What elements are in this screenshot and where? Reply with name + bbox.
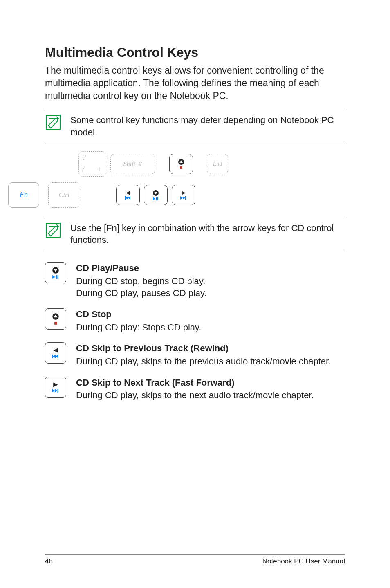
func-play-line2: During CD play, pauses CD play. xyxy=(76,287,207,299)
svg-marker-6 xyxy=(126,196,128,200)
ghost-ctrl-label: Ctrl xyxy=(59,191,69,199)
svg-marker-13 xyxy=(182,191,186,195)
note-fn: Use the [Fn] key in combination with the… xyxy=(45,217,345,251)
svg-rect-0 xyxy=(46,115,60,129)
func-next: CD Skip to Next Track (Fast Forward) Dur… xyxy=(45,377,345,402)
triangle-left-icon xyxy=(52,348,59,353)
func-prev: CD Skip to Previous Track (Rewind) Durin… xyxy=(45,342,345,367)
key-diagram: ? / + Shift ⇧ End Fn Ctrl xyxy=(8,151,345,208)
book-title: Notebook PC User Manual xyxy=(262,557,345,566)
key-arrow-right xyxy=(172,185,195,205)
key-ghost-shift: Shift ⇧ xyxy=(110,154,155,174)
svg-rect-11 xyxy=(156,197,157,200)
note-icon xyxy=(45,222,61,238)
svg-rect-16 xyxy=(185,196,186,200)
fn-label: Fn xyxy=(20,191,28,199)
triangle-up-icon xyxy=(177,159,185,165)
func-prev-title: CD Skip to Previous Track (Rewind) xyxy=(76,342,331,355)
func-play-line1: During CD stop, begins CD play. xyxy=(76,275,207,287)
svg-marker-15 xyxy=(183,196,185,200)
func-stop-title: CD Stop xyxy=(76,308,202,321)
svg-marker-28 xyxy=(53,355,56,358)
page-title: Multimedia Control Keys xyxy=(45,45,345,60)
svg-marker-4 xyxy=(126,191,130,195)
func-prev-line1: During CD play, skips to the previous au… xyxy=(76,355,331,368)
svg-marker-32 xyxy=(55,389,58,393)
skip-forward-icon xyxy=(180,196,187,200)
skip-forward-icon xyxy=(52,389,59,393)
svg-rect-22 xyxy=(58,275,58,279)
svg-rect-33 xyxy=(58,389,58,393)
triangle-left-icon xyxy=(125,191,131,195)
svg-rect-25 xyxy=(54,322,57,325)
note-model: Some control key functions may defer dep… xyxy=(45,109,345,144)
ghost-shift-label: Shift ⇧ xyxy=(123,160,142,168)
svg-rect-21 xyxy=(56,275,57,279)
func-key-stop xyxy=(45,308,66,330)
intro-text: The multimedia control keys allows for c… xyxy=(45,64,345,102)
svg-marker-30 xyxy=(53,382,58,387)
play-pause-icon xyxy=(52,275,59,279)
key-arrow-up xyxy=(169,154,193,174)
func-next-line1: During CD play, skips to the next audio … xyxy=(76,389,314,402)
note-model-text: Some control key functions may defer dep… xyxy=(70,114,345,138)
svg-marker-14 xyxy=(180,196,183,200)
func-stop: CD Stop During CD play: Stops CD play. xyxy=(45,308,345,333)
triangle-down-icon xyxy=(152,190,159,196)
key-ghost-end: End xyxy=(207,154,228,174)
page-number: 48 xyxy=(45,557,53,566)
ghost-slash: / xyxy=(82,165,84,174)
func-next-title: CD Skip to Next Track (Fast Forward) xyxy=(76,377,314,389)
svg-rect-27 xyxy=(52,355,53,358)
note-fn-text: Use the [Fn] key in combination with the… xyxy=(70,222,345,246)
triangle-right-icon xyxy=(52,382,59,388)
ghost-end-label: End xyxy=(213,161,222,167)
triangle-up-icon xyxy=(52,313,60,320)
ghost-plus: + xyxy=(97,165,102,174)
key-arrow-left xyxy=(116,185,140,205)
func-key-prev xyxy=(45,342,66,364)
svg-rect-5 xyxy=(125,196,126,200)
svg-marker-31 xyxy=(52,389,55,393)
svg-rect-12 xyxy=(157,197,158,200)
key-arrow-down xyxy=(144,185,168,205)
skip-back-icon xyxy=(52,355,59,358)
triangle-down-icon xyxy=(52,267,60,274)
ghost-slash-q: ? xyxy=(82,153,86,162)
svg-marker-7 xyxy=(128,196,130,200)
key-ghost-slash: ? / + xyxy=(78,151,106,177)
svg-rect-17 xyxy=(46,223,60,237)
svg-rect-3 xyxy=(180,166,182,169)
svg-marker-10 xyxy=(153,197,155,200)
func-key-play xyxy=(45,262,66,283)
func-stop-line1: During CD play: Stops CD play. xyxy=(76,321,202,334)
key-ghost-ctrl: Ctrl xyxy=(48,182,80,208)
stop-square-icon xyxy=(179,166,183,169)
play-pause-icon xyxy=(153,197,159,200)
skip-back-icon xyxy=(125,196,131,200)
svg-marker-29 xyxy=(56,355,58,358)
func-play-title: CD Play/Pause xyxy=(76,262,207,274)
key-fn: Fn xyxy=(8,182,39,208)
note-icon xyxy=(45,114,61,130)
func-key-next xyxy=(45,377,66,398)
triangle-right-icon xyxy=(181,191,186,195)
stop-square-icon xyxy=(54,321,58,325)
svg-marker-20 xyxy=(52,275,55,279)
svg-marker-26 xyxy=(53,348,58,353)
func-play: CD Play/Pause During CD stop, begins CD … xyxy=(45,262,345,299)
